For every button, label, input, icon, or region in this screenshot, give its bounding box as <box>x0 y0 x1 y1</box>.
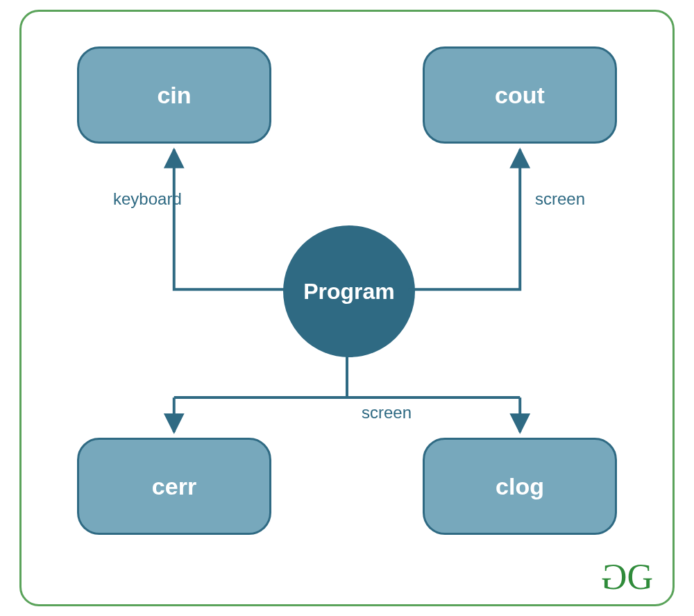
node-clog: clog <box>423 438 617 535</box>
node-cerr-label: cerr <box>152 473 196 500</box>
node-cout: cout <box>423 46 617 144</box>
node-cin: cin <box>77 46 271 144</box>
logo-glyph-right: G <box>627 556 648 597</box>
logo-glyph-left: G <box>607 556 627 597</box>
edge-label-keyboard: keyboard <box>113 189 182 209</box>
node-cin-label: cin <box>157 82 191 109</box>
node-cerr: cerr <box>77 438 271 535</box>
node-clog-label: clog <box>496 473 544 500</box>
node-cout-label: cout <box>495 82 545 109</box>
edge-label-screen-cerr-clog: screen <box>362 403 412 422</box>
node-program: Program <box>283 225 415 357</box>
edge-label-screen-cout: screen <box>535 189 585 209</box>
node-program-label: Program <box>303 279 395 305</box>
geeksforgeeks-logo: GG <box>607 556 648 597</box>
diagram-frame: cin cout cerr clog Program keyboard scre… <box>19 10 675 606</box>
edge-program-cout <box>408 150 520 290</box>
edge-program-cin <box>174 150 286 290</box>
